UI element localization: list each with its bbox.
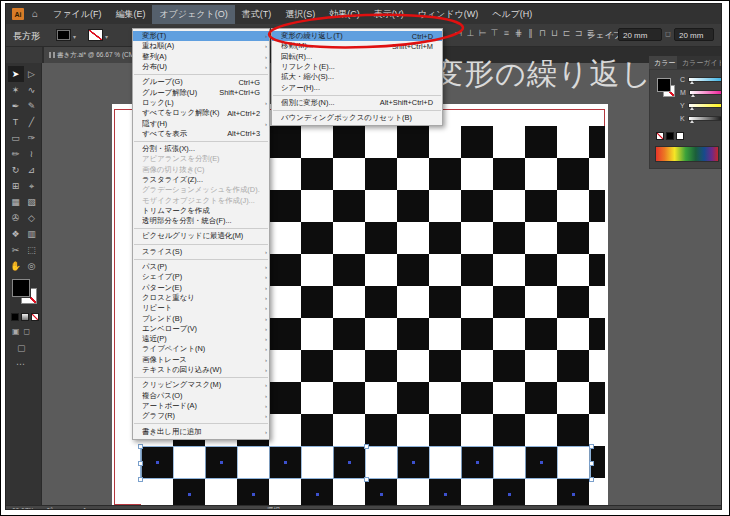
align-top-icon[interactable]: ⊤ (490, 28, 499, 38)
shape-width-field[interactable]: 20 mm (618, 28, 662, 41)
color-spectrum-bar[interactable] (655, 146, 719, 162)
slider-thumb[interactable] (691, 94, 695, 97)
rotate-tool[interactable]: ↻ (8, 162, 24, 178)
selection-handle[interactable] (138, 477, 143, 482)
distribute-top-icon[interactable]: ⊓ (538, 28, 547, 38)
hand-tool[interactable]: ✋ (8, 258, 24, 274)
object-menu-item[interactable]: 遠近(P)› (133, 334, 269, 344)
align-bottom-icon[interactable]: ⋕ (514, 28, 523, 38)
first-artboard-icon[interactable]: ◀ (65, 507, 69, 510)
scale-tool[interactable]: ⊿ (24, 162, 40, 178)
selection-handle[interactable] (138, 461, 143, 466)
status-extra-next-icon[interactable]: ▶ (405, 507, 409, 510)
fill-stroke-indicator[interactable] (12, 279, 38, 305)
last-artboard-icon[interactable]: ▶ (108, 507, 112, 510)
selection-handle[interactable] (138, 444, 143, 449)
align-middle-icon[interactable]: ≡ (502, 28, 511, 38)
object-menu-item[interactable]: 分布(U)› (133, 62, 269, 72)
home-icon[interactable]: ⌂ (32, 9, 38, 19)
color-panel-tab[interactable]: カラーガイド (677, 56, 722, 69)
blend-tool[interactable]: ◇ (24, 210, 40, 226)
object-menu-item[interactable]: 分割・拡張(X)... (133, 144, 269, 154)
line-segment-tool[interactable]: ╱ (24, 114, 40, 130)
fill-indicator[interactable] (12, 279, 30, 297)
eyedropper-tool[interactable]: ✇ (8, 210, 24, 226)
distribute-bottom-icon[interactable]: ⊔ (550, 28, 559, 38)
object-menu-item[interactable]: ピクセルグリッドに最適化(M) (133, 231, 269, 241)
zoom-level[interactable]: 66.67% (12, 507, 34, 511)
object-menu-item[interactable]: すべてをロック解除(K)Alt+Ctrl+2 (133, 108, 269, 118)
object-menu-item[interactable]: 重ね順(A)› (133, 41, 269, 51)
slider-thumb[interactable] (690, 81, 694, 84)
pencil-tool[interactable]: ✏ (8, 146, 24, 162)
object-menu-item[interactable]: ラスタライズ(Z)... (133, 175, 269, 185)
object-menu-item[interactable]: リピート› (133, 303, 269, 313)
direct-selection-tool[interactable]: ▷ (24, 66, 40, 82)
selection-handle[interactable] (364, 444, 369, 449)
object-menu-item[interactable]: すべてを表示Alt+Ctrl+3 (133, 129, 269, 139)
pen-tool[interactable]: ✒ (8, 98, 24, 114)
color-panel-tab[interactable]: カラー (649, 56, 677, 69)
object-menu-item[interactable]: 書き出し用に追加› (133, 426, 269, 436)
none-swatch[interactable] (656, 132, 664, 140)
transform-submenu-item[interactable]: リフレクト(E)... (272, 62, 442, 72)
white-swatch[interactable] (676, 132, 684, 140)
object-menu-item[interactable]: シェイプ(P)› (133, 272, 269, 282)
object-menu-item[interactable]: パターン(E)› (133, 283, 269, 293)
channel-slider[interactable] (688, 77, 722, 82)
object-menu-item[interactable]: トリムマークを作成 (133, 206, 269, 216)
channel-slider[interactable] (688, 116, 722, 121)
free-transform-tool[interactable]: ⌖ (24, 178, 40, 194)
lasso-tool[interactable]: ∿ (24, 82, 40, 98)
selection-tool[interactable]: ➤ (8, 66, 24, 82)
curvature-tool[interactable]: ✎ (24, 98, 40, 114)
stroke-dropdown-icon[interactable]: ▾ (105, 33, 108, 40)
object-menu-item[interactable]: 複合パス(O)› (133, 391, 269, 401)
rectangle-tool[interactable]: ▭ (8, 130, 24, 146)
transform-submenu-item[interactable]: バウンディングボックスのリセット(B) (272, 113, 442, 123)
gradient-tool[interactable]: ▧ (24, 194, 40, 210)
black-swatch[interactable] (666, 132, 674, 140)
object-menu-item[interactable]: ライブペイント(N)› (133, 344, 269, 354)
menubar-item[interactable]: ヘルプ(H) (485, 5, 539, 24)
distribute-right-icon[interactable]: ⊐ (574, 28, 583, 38)
symbol-sprayer-tool[interactable]: ❖ (8, 226, 24, 242)
none-button[interactable] (31, 313, 39, 321)
channel-slider[interactable] (689, 90, 722, 95)
menubar-item[interactable]: オブジェクト(O) (152, 5, 234, 24)
transform-submenu-item[interactable]: 拡大・縮小(S)... (272, 72, 442, 82)
selection-bounding-box[interactable] (140, 446, 591, 479)
object-menu-item[interactable]: クロスと重なり› (133, 293, 269, 303)
align-right-icon[interactable]: ⊢ (478, 28, 487, 38)
object-menu-item[interactable]: ブレンド(B)› (133, 313, 269, 323)
object-menu-item[interactable]: パス(P)› (133, 262, 269, 272)
object-menu-item[interactable]: グループ(G)Ctrl+G (133, 77, 269, 87)
next-artboard-icon[interactable]: ▶ (99, 507, 103, 510)
draw-normal-icon[interactable]: ▣ (12, 327, 20, 336)
distribute-left-icon[interactable]: ⊏ (562, 28, 571, 38)
selection-handle[interactable] (589, 444, 594, 449)
paintbrush-tool[interactable]: ✑ (24, 130, 40, 146)
transform-submenu-item[interactable]: 個別に変形(N)...Alt+Shift+Ctrl+D (272, 98, 442, 108)
document-tab[interactable]: 書き方.ai* @ 66.67 % (CMYK/ (44, 47, 146, 63)
stroke-color-swatch[interactable] (88, 29, 103, 41)
screen-mode-icon[interactable]: ▢ (17, 343, 26, 353)
artboard-number[interactable]: 1 (83, 507, 87, 511)
object-menu-item[interactable]: 隠す(H)› (133, 118, 269, 128)
object-menu-item[interactable]: クリッピングマスク(M)› (133, 380, 269, 390)
fill-dropdown-icon[interactable]: ▾ (73, 33, 76, 40)
selection-handle[interactable] (364, 477, 369, 482)
draw-behind-icon[interactable]: ◻ (24, 327, 31, 336)
type-tool[interactable]: T (8, 114, 24, 130)
object-menu-item[interactable]: ロック(L)› (133, 98, 269, 108)
channel-slider[interactable] (688, 103, 722, 108)
selection-handle[interactable] (589, 477, 594, 482)
shaper-tool[interactable]: ≀ (24, 146, 40, 162)
menubar-item[interactable]: 編集(E) (108, 5, 152, 24)
mesh-tool[interactable]: ▦ (8, 194, 24, 210)
object-menu-item[interactable]: スライス(S)› (133, 247, 269, 257)
zoom-tool[interactable]: ◎ (24, 258, 40, 274)
transform-submenu-item[interactable]: シアー(H)... (272, 82, 442, 92)
magic-wand-tool[interactable]: ✶ (8, 82, 24, 98)
menubar-item[interactable]: ファイル(F) (46, 5, 108, 24)
